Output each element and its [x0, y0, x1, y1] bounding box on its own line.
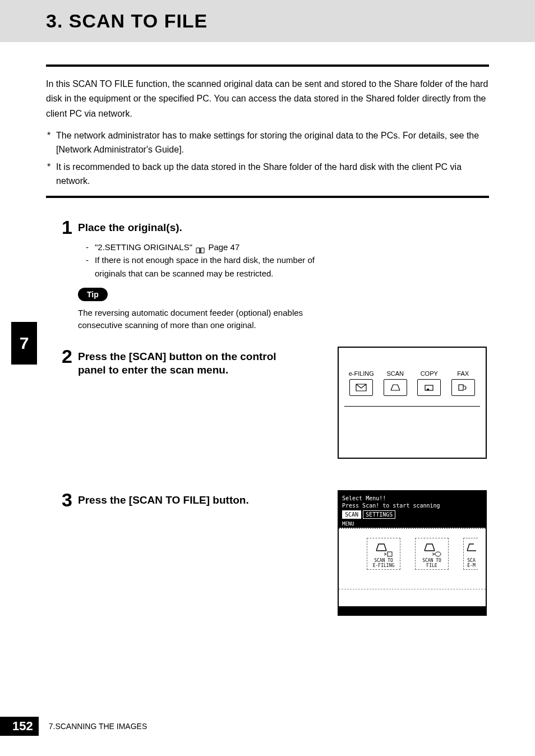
screen-line2: Press Scan! to start scanning — [342, 502, 482, 509]
scan-to-file-button: SCAN TOFILE — [415, 538, 449, 570]
svg-rect-1 — [427, 389, 429, 390]
cross-ref-text: "2.SETTING ORIGINALS" — [95, 242, 192, 252]
envelope-icon — [356, 384, 367, 391]
fax-button — [451, 379, 475, 396]
page-footer: 152 7.SCANNING THE IMAGES — [0, 717, 535, 736]
page-ref: Page 47 — [208, 242, 239, 252]
copy-icon — [423, 384, 435, 391]
note-item: It is recommended to back up the data st… — [46, 160, 489, 188]
step-sublist: "2.SETTING ORIGINALS" Page 47 If there i… — [78, 241, 489, 280]
svg-point-4 — [435, 552, 441, 556]
copy-button — [417, 379, 441, 396]
footer-chapter-title: 7.SCANNING THE IMAGES — [49, 722, 147, 731]
rule-top — [46, 64, 489, 67]
step-3: 3 Press the [SCAN TO FILE] button. Selec… — [46, 490, 489, 616]
divider — [344, 406, 480, 407]
page-number: 152 — [0, 717, 39, 736]
efiling-button — [349, 379, 373, 396]
step-number: 2 — [54, 347, 72, 366]
scanner-icon — [390, 384, 401, 391]
section-title-bar: 3. SCAN TO FILE — [0, 0, 535, 42]
dashed-line — [339, 589, 486, 589]
book-icon — [196, 245, 205, 251]
screen-menu-area: SCAN TOE-FILING SCAN TOFILE SCAE-M — [339, 528, 486, 606]
rule-bottom — [46, 196, 489, 198]
step-title: Place the original(s). — [78, 218, 489, 235]
scan-email-icon — [466, 541, 477, 557]
menu-label: MENU — [339, 520, 486, 528]
tab-settings: SETTINGS — [363, 510, 395, 519]
svg-rect-3 — [388, 552, 392, 556]
touchscreen-illustration: Select Menu!! Press Scan! to start scann… — [338, 490, 487, 616]
panel-label: FAX — [449, 370, 477, 377]
sub-item: If there is not enough space in the hard… — [86, 253, 333, 280]
tip-badge: Tip — [78, 288, 108, 301]
step-2: 2 Press the [SCAN] button on the control… — [46, 347, 489, 459]
section-title: 3. SCAN TO FILE — [46, 10, 535, 32]
panel-label-row: e-FILING SCAN COPY FAX — [344, 370, 480, 377]
page-content: In this SCAN TO FILE function, the scann… — [0, 64, 535, 616]
panel-label: e-FILING — [347, 370, 375, 377]
step-title: Press the [SCAN] button on the control p… — [78, 347, 280, 377]
fax-icon — [458, 384, 469, 391]
scan-button — [384, 379, 407, 396]
control-panel-illustration: e-FILING SCAN COPY FAX — [338, 347, 487, 459]
note-item: The network administrator has to make se… — [46, 129, 489, 157]
step-number: 1 — [54, 218, 72, 237]
sub-item: "2.SETTING ORIGINALS" Page 47 — [86, 241, 489, 253]
asterisk-notes: The network administrator has to make se… — [46, 129, 489, 188]
svg-rect-2 — [459, 385, 463, 390]
step-title: Press the [SCAN TO FILE] button. — [78, 490, 326, 508]
tab-scan: SCAN — [342, 510, 361, 519]
step-number: 3 — [54, 490, 72, 509]
panel-label: COPY — [415, 370, 443, 377]
screen-line1: Select Menu!! — [342, 495, 482, 502]
panel-label: SCAN — [381, 370, 409, 377]
screen-tabs: SCAN SETTINGS — [339, 510, 486, 520]
scan-to-efiling-button: SCAN TOE-FILING — [367, 538, 400, 570]
panel-button-row — [344, 379, 480, 396]
scan-efiling-icon — [374, 541, 393, 557]
scan-to-email-button-partial: SCAE-M — [463, 538, 478, 570]
step-1: 1 Place the original(s). "2.SETTING ORIG… — [46, 218, 489, 331]
scan-file-icon — [422, 541, 441, 557]
chapter-tab: 7 — [11, 322, 37, 365]
intro-paragraph: In this SCAN TO FILE function, the scann… — [46, 77, 489, 121]
tip-text: The reversing automatic document feeder … — [78, 307, 313, 332]
